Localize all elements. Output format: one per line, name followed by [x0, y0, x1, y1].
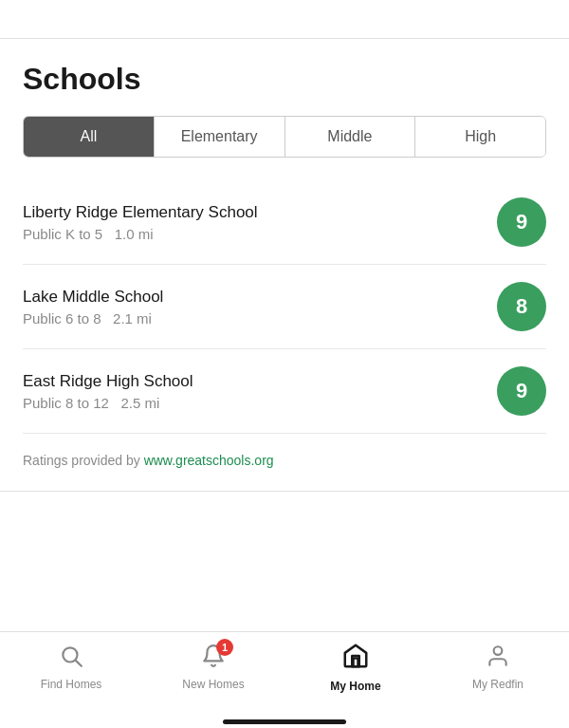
school-item[interactable]: Lake Middle School Public 6 to 8 2.1 mi …	[23, 265, 546, 349]
attribution-link[interactable]: www.greatschools.org	[144, 453, 274, 468]
school-info: Liberty Ridge Elementary School Public K…	[23, 203, 482, 242]
home-indicator	[0, 712, 569, 728]
person-icon	[486, 644, 510, 674]
filter-tabs: All Elementary Middle High	[23, 116, 546, 158]
school-rating: 8	[497, 282, 546, 331]
school-rating: 9	[497, 366, 546, 416]
school-meta: Public 6 to 8 2.1 mi	[23, 310, 482, 327]
school-info: Lake Middle School Public 6 to 8 2.1 mi	[23, 288, 482, 327]
notification-badge: 1	[216, 639, 233, 656]
svg-point-3	[494, 646, 503, 655]
school-rating: 9	[497, 197, 546, 247]
nav-label-my-redfin: My Redfin	[472, 678, 523, 691]
bell-icon: 1	[201, 644, 226, 674]
section-divider	[0, 491, 569, 492]
attribution: Ratings provided by www.greatschools.org	[23, 434, 546, 476]
school-name: Lake Middle School	[23, 288, 482, 307]
main-content: Schools All Elementary Middle High Liber…	[0, 39, 569, 631]
school-meta: Public K to 5 1.0 mi	[23, 226, 482, 242]
bottom-nav: Find Homes 1 New Homes My Home	[0, 631, 569, 712]
school-name: Liberty Ridge Elementary School	[23, 203, 482, 222]
search-icon	[59, 644, 83, 674]
page-title: Schools	[23, 62, 546, 97]
school-item[interactable]: Liberty Ridge Elementary School Public K…	[23, 180, 546, 265]
nav-item-my-home[interactable]: My Home	[322, 642, 389, 693]
home-indicator-bar	[223, 719, 346, 724]
school-meta: Public 8 to 12 2.5 mi	[23, 395, 482, 411]
school-info: East Ridge High School Public 8 to 12 2.…	[23, 372, 482, 411]
school-list: Liberty Ridge Elementary School Public K…	[23, 180, 546, 434]
attribution-prefix: Ratings provided by	[23, 453, 144, 468]
nav-label-find-homes: Find Homes	[41, 678, 102, 691]
nav-label-my-home: My Home	[330, 680, 380, 693]
nav-item-new-homes[interactable]: 1 New Homes	[180, 644, 247, 691]
nav-label-new-homes: New Homes	[182, 678, 244, 691]
school-item[interactable]: East Ridge High School Public 8 to 12 2.…	[23, 349, 546, 434]
school-name: East Ridge High School	[23, 372, 482, 391]
tab-middle[interactable]: Middle	[285, 117, 416, 157]
nav-item-find-homes[interactable]: Find Homes	[38, 644, 104, 691]
svg-line-1	[76, 661, 82, 666]
tab-elementary[interactable]: Elementary	[155, 117, 285, 157]
nav-item-my-redfin[interactable]: My Redfin	[465, 644, 531, 691]
tab-high[interactable]: High	[415, 117, 545, 157]
home-icon	[341, 642, 370, 676]
svg-rect-2	[354, 659, 358, 667]
tab-all[interactable]: All	[24, 117, 155, 157]
